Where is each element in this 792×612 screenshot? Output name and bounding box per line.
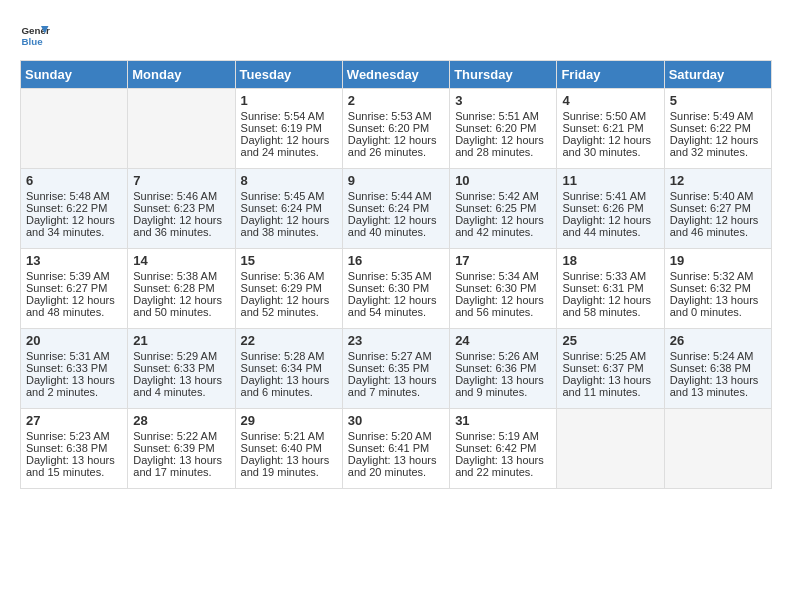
daylight-text: Daylight: 12 hours and 42 minutes. <box>455 214 544 238</box>
date-number: 29 <box>241 413 337 428</box>
daylight-text: Daylight: 12 hours and 40 minutes. <box>348 214 437 238</box>
day-header-wednesday: Wednesday <box>342 61 449 89</box>
date-number: 28 <box>133 413 229 428</box>
sunset-text: Sunset: 6:23 PM <box>133 202 214 214</box>
calendar-cell: 3 Sunrise: 5:51 AM Sunset: 6:20 PM Dayli… <box>450 89 557 169</box>
daylight-text: Daylight: 12 hours and 50 minutes. <box>133 294 222 318</box>
sunset-text: Sunset: 6:34 PM <box>241 362 322 374</box>
sunrise-text: Sunrise: 5:40 AM <box>670 190 754 202</box>
calendar-cell: 26 Sunrise: 5:24 AM Sunset: 6:38 PM Dayl… <box>664 329 771 409</box>
sunrise-text: Sunrise: 5:21 AM <box>241 430 325 442</box>
calendar-cell: 7 Sunrise: 5:46 AM Sunset: 6:23 PM Dayli… <box>128 169 235 249</box>
sunset-text: Sunset: 6:40 PM <box>241 442 322 454</box>
sunset-text: Sunset: 6:41 PM <box>348 442 429 454</box>
date-number: 21 <box>133 333 229 348</box>
date-number: 1 <box>241 93 337 108</box>
day-header-tuesday: Tuesday <box>235 61 342 89</box>
date-number: 15 <box>241 253 337 268</box>
sunrise-text: Sunrise: 5:33 AM <box>562 270 646 282</box>
sunset-text: Sunset: 6:30 PM <box>348 282 429 294</box>
sunset-text: Sunset: 6:42 PM <box>455 442 536 454</box>
sunrise-text: Sunrise: 5:27 AM <box>348 350 432 362</box>
daylight-text: Daylight: 13 hours and 13 minutes. <box>670 374 759 398</box>
date-number: 10 <box>455 173 551 188</box>
daylight-text: Daylight: 12 hours and 34 minutes. <box>26 214 115 238</box>
sunset-text: Sunset: 6:37 PM <box>562 362 643 374</box>
calendar-week-row: 13 Sunrise: 5:39 AM Sunset: 6:27 PM Dayl… <box>21 249 772 329</box>
calendar-cell: 8 Sunrise: 5:45 AM Sunset: 6:24 PM Dayli… <box>235 169 342 249</box>
day-header-monday: Monday <box>128 61 235 89</box>
calendar-cell: 18 Sunrise: 5:33 AM Sunset: 6:31 PM Dayl… <box>557 249 664 329</box>
page-header: General Blue <box>20 20 772 50</box>
date-number: 25 <box>562 333 658 348</box>
calendar-cell: 5 Sunrise: 5:49 AM Sunset: 6:22 PM Dayli… <box>664 89 771 169</box>
daylight-text: Daylight: 13 hours and 6 minutes. <box>241 374 330 398</box>
sunrise-text: Sunrise: 5:22 AM <box>133 430 217 442</box>
sunrise-text: Sunrise: 5:50 AM <box>562 110 646 122</box>
sunset-text: Sunset: 6:28 PM <box>133 282 214 294</box>
daylight-text: Daylight: 13 hours and 15 minutes. <box>26 454 115 478</box>
sunrise-text: Sunrise: 5:19 AM <box>455 430 539 442</box>
sunset-text: Sunset: 6:32 PM <box>670 282 751 294</box>
daylight-text: Daylight: 12 hours and 32 minutes. <box>670 134 759 158</box>
calendar-cell: 6 Sunrise: 5:48 AM Sunset: 6:22 PM Dayli… <box>21 169 128 249</box>
calendar-cell: 19 Sunrise: 5:32 AM Sunset: 6:32 PM Dayl… <box>664 249 771 329</box>
calendar-cell: 23 Sunrise: 5:27 AM Sunset: 6:35 PM Dayl… <box>342 329 449 409</box>
calendar-cell: 25 Sunrise: 5:25 AM Sunset: 6:37 PM Dayl… <box>557 329 664 409</box>
calendar-cell <box>21 89 128 169</box>
date-number: 20 <box>26 333 122 348</box>
sunrise-text: Sunrise: 5:24 AM <box>670 350 754 362</box>
calendar-cell: 2 Sunrise: 5:53 AM Sunset: 6:20 PM Dayli… <box>342 89 449 169</box>
date-number: 2 <box>348 93 444 108</box>
calendar-cell: 24 Sunrise: 5:26 AM Sunset: 6:36 PM Dayl… <box>450 329 557 409</box>
date-number: 27 <box>26 413 122 428</box>
sunset-text: Sunset: 6:29 PM <box>241 282 322 294</box>
daylight-text: Daylight: 13 hours and 9 minutes. <box>455 374 544 398</box>
sunrise-text: Sunrise: 5:41 AM <box>562 190 646 202</box>
sunrise-text: Sunrise: 5:39 AM <box>26 270 110 282</box>
day-header-saturday: Saturday <box>664 61 771 89</box>
calendar-cell: 20 Sunrise: 5:31 AM Sunset: 6:33 PM Dayl… <box>21 329 128 409</box>
calendar-cell: 29 Sunrise: 5:21 AM Sunset: 6:40 PM Dayl… <box>235 409 342 489</box>
daylight-text: Daylight: 13 hours and 19 minutes. <box>241 454 330 478</box>
calendar-table: SundayMondayTuesdayWednesdayThursdayFrid… <box>20 60 772 489</box>
sunset-text: Sunset: 6:27 PM <box>26 282 107 294</box>
sunset-text: Sunset: 6:20 PM <box>455 122 536 134</box>
daylight-text: Daylight: 12 hours and 38 minutes. <box>241 214 330 238</box>
date-number: 13 <box>26 253 122 268</box>
sunset-text: Sunset: 6:22 PM <box>670 122 751 134</box>
sunrise-text: Sunrise: 5:28 AM <box>241 350 325 362</box>
daylight-text: Daylight: 12 hours and 58 minutes. <box>562 294 651 318</box>
calendar-cell: 30 Sunrise: 5:20 AM Sunset: 6:41 PM Dayl… <box>342 409 449 489</box>
calendar-cell: 28 Sunrise: 5:22 AM Sunset: 6:39 PM Dayl… <box>128 409 235 489</box>
sunset-text: Sunset: 6:20 PM <box>348 122 429 134</box>
sunset-text: Sunset: 6:38 PM <box>670 362 751 374</box>
calendar-cell: 16 Sunrise: 5:35 AM Sunset: 6:30 PM Dayl… <box>342 249 449 329</box>
calendar-cell: 17 Sunrise: 5:34 AM Sunset: 6:30 PM Dayl… <box>450 249 557 329</box>
calendar-cell <box>128 89 235 169</box>
sunrise-text: Sunrise: 5:35 AM <box>348 270 432 282</box>
calendar-cell: 14 Sunrise: 5:38 AM Sunset: 6:28 PM Dayl… <box>128 249 235 329</box>
calendar-cell: 10 Sunrise: 5:42 AM Sunset: 6:25 PM Dayl… <box>450 169 557 249</box>
logo: General Blue <box>20 20 50 50</box>
daylight-text: Daylight: 12 hours and 26 minutes. <box>348 134 437 158</box>
sunset-text: Sunset: 6:38 PM <box>26 442 107 454</box>
date-number: 24 <box>455 333 551 348</box>
calendar-cell: 12 Sunrise: 5:40 AM Sunset: 6:27 PM Dayl… <box>664 169 771 249</box>
sunrise-text: Sunrise: 5:54 AM <box>241 110 325 122</box>
date-number: 23 <box>348 333 444 348</box>
sunset-text: Sunset: 6:21 PM <box>562 122 643 134</box>
daylight-text: Daylight: 13 hours and 22 minutes. <box>455 454 544 478</box>
calendar-week-row: 6 Sunrise: 5:48 AM Sunset: 6:22 PM Dayli… <box>21 169 772 249</box>
sunrise-text: Sunrise: 5:29 AM <box>133 350 217 362</box>
calendar-body: 1 Sunrise: 5:54 AM Sunset: 6:19 PM Dayli… <box>21 89 772 489</box>
sunset-text: Sunset: 6:22 PM <box>26 202 107 214</box>
sunrise-text: Sunrise: 5:49 AM <box>670 110 754 122</box>
sunrise-text: Sunrise: 5:26 AM <box>455 350 539 362</box>
date-number: 3 <box>455 93 551 108</box>
daylight-text: Daylight: 12 hours and 28 minutes. <box>455 134 544 158</box>
calendar-cell: 11 Sunrise: 5:41 AM Sunset: 6:26 PM Dayl… <box>557 169 664 249</box>
calendar-cell <box>557 409 664 489</box>
calendar-week-row: 20 Sunrise: 5:31 AM Sunset: 6:33 PM Dayl… <box>21 329 772 409</box>
calendar-week-row: 1 Sunrise: 5:54 AM Sunset: 6:19 PM Dayli… <box>21 89 772 169</box>
